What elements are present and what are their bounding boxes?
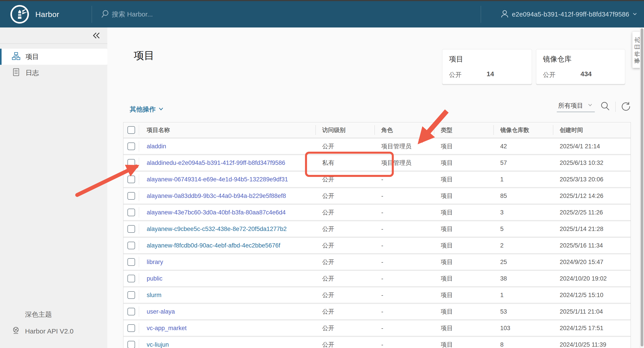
row-checkbox[interactable] bbox=[128, 308, 135, 315]
project-link[interactable]: slurm bbox=[147, 292, 162, 299]
row-checkbox[interactable] bbox=[128, 159, 135, 167]
brand-title: Harbor bbox=[35, 1, 59, 27]
created-cell: 2025/4/1 21:14 bbox=[553, 139, 630, 154]
sidebar-item-projects[interactable]: 项目 bbox=[0, 49, 107, 65]
created-cell: 2024/9/20 15:47 bbox=[553, 254, 630, 270]
sidebar-collapse-row bbox=[0, 27, 107, 44]
filter-selected-label: 所有项目 bbox=[558, 101, 583, 110]
type-cell: 项目 bbox=[434, 139, 494, 154]
project-link[interactable]: aladdin bbox=[147, 143, 166, 150]
created-cell: 2025/5/16 11:34 bbox=[553, 238, 630, 253]
harbor-logo-icon[interactable] bbox=[10, 5, 29, 24]
collapse-sidebar-icon[interactable] bbox=[92, 31, 101, 40]
moon-icon bbox=[12, 310, 20, 320]
project-link[interactable]: alayanew-0a83ddb9-9b3c-44a0-b94a-b229e5f… bbox=[147, 192, 286, 199]
api-docs-label: Harbor API V2.0 bbox=[25, 328, 74, 335]
table-row: vc-app_market公开-项目1032024/12/5 17:51 bbox=[124, 320, 630, 336]
access-level-cell: 公开 bbox=[316, 172, 374, 187]
table-row: alayanew-0a83ddb9-9b3c-44a0-b94a-b229e5f… bbox=[124, 188, 630, 204]
row-checkbox-cell bbox=[124, 304, 139, 319]
column-header-created[interactable]: 创建时间 bbox=[553, 122, 630, 138]
column-header-access[interactable]: 访问级别 bbox=[316, 122, 374, 138]
search-filter-icon[interactable] bbox=[600, 101, 610, 113]
chevron-down-icon bbox=[632, 11, 638, 18]
repo-count-cell: 5 bbox=[494, 221, 553, 237]
role-cell: - bbox=[374, 337, 434, 348]
row-checkbox[interactable] bbox=[128, 225, 135, 233]
repo-count-cell: 42 bbox=[494, 139, 553, 154]
project-link[interactable]: library bbox=[147, 259, 163, 266]
repo-count-cell: 85 bbox=[494, 188, 553, 204]
role-cell: - bbox=[374, 221, 434, 237]
project-link[interactable]: alayanew-c9cbee5c-c532-438e-8e72-20f5da1… bbox=[147, 226, 287, 232]
search-placeholder: 搜索 Harbor... bbox=[112, 10, 153, 19]
global-search[interactable]: 搜索 Harbor... bbox=[100, 1, 153, 27]
type-cell: 项目 bbox=[434, 287, 494, 303]
stat-card-title: 项目 bbox=[449, 54, 463, 64]
chevron-down-icon bbox=[587, 102, 593, 109]
type-cell: 项目 bbox=[434, 304, 494, 319]
project-link[interactable]: alayanew-43e7bc60-3d0a-40bf-b3fa-80aa87c… bbox=[147, 209, 286, 216]
table-row: vc-liujun公开-项目82024/10/25 11:39 bbox=[124, 337, 630, 348]
theme-toggle[interactable]: 深色主题 bbox=[0, 308, 107, 321]
created-cell: 2024/12/5 17:51 bbox=[553, 320, 630, 336]
access-level-cell: 公开 bbox=[316, 238, 374, 253]
column-header-type[interactable]: 类型 bbox=[434, 122, 494, 138]
repo-count-cell: 38 bbox=[494, 271, 553, 286]
repo-count-cell: 3 bbox=[494, 205, 553, 220]
scrollbar-thumb[interactable] bbox=[641, 28, 643, 347]
repo-count-cell: 57 bbox=[494, 155, 553, 171]
table-row: aladdin公开项目管理员项目422025/4/1 21:14 bbox=[124, 138, 630, 154]
column-header-role[interactable]: 角色 bbox=[374, 122, 434, 138]
project-name-cell: alayanew-0a83ddb9-9b3c-44a0-b94a-b229e5f… bbox=[139, 188, 316, 204]
select-all-checkbox[interactable] bbox=[128, 126, 135, 134]
type-cell: 项目 bbox=[434, 188, 494, 204]
type-cell: 项目 bbox=[434, 238, 494, 253]
table-body: aladdin公开项目管理员项目422025/4/1 21:14aladdine… bbox=[124, 138, 630, 348]
row-checkbox-cell bbox=[124, 287, 139, 303]
stat-card-label: 公开 bbox=[543, 71, 556, 79]
repo-count-cell: 1 bbox=[494, 172, 553, 187]
row-checkbox[interactable] bbox=[128, 192, 135, 200]
project-link[interactable]: aladdinedu-e2e094a5-b391-412f-99ff-b8fd3… bbox=[147, 160, 285, 167]
stat-card-value[interactable]: 14 bbox=[486, 70, 494, 78]
column-header-repo-count[interactable]: 镜像仓库数 bbox=[494, 122, 553, 138]
role-cell: - bbox=[374, 320, 434, 336]
refresh-icon[interactable] bbox=[620, 101, 631, 113]
project-name-cell: alayanew-f8fcdb0d-90ac-4ebf-afbd-4ec2bbe… bbox=[139, 238, 316, 253]
stat-card-value[interactable]: 434 bbox=[580, 70, 592, 78]
row-checkbox[interactable] bbox=[128, 258, 135, 266]
more-actions-dropdown[interactable]: 其他操作 bbox=[130, 105, 164, 114]
user-menu[interactable]: e2e094a5-b391-412f-99ff-b8fd347f9586 bbox=[500, 1, 638, 27]
row-checkbox[interactable] bbox=[128, 209, 135, 216]
created-cell: 2025/1/12 14:26 bbox=[553, 188, 630, 204]
role-cell: - bbox=[374, 238, 434, 253]
api-docs-link[interactable]: Harbor API V2.0 bbox=[0, 325, 107, 338]
project-link[interactable]: public bbox=[147, 275, 162, 282]
role-cell: - bbox=[374, 205, 434, 220]
row-checkbox[interactable] bbox=[128, 175, 135, 183]
project-link[interactable]: vc-liujun bbox=[147, 341, 169, 348]
sidebar-item-logs[interactable]: 日志 bbox=[0, 65, 107, 81]
project-link[interactable]: vc-app_market bbox=[147, 325, 187, 332]
row-checkbox[interactable] bbox=[128, 242, 135, 249]
repo-count-cell: 25 bbox=[494, 254, 553, 270]
project-filter-select[interactable]: 所有项目 bbox=[557, 101, 595, 112]
type-cell: 项目 bbox=[434, 221, 494, 237]
project-link[interactable]: alayanew-f8fcdb0d-90ac-4ebf-afbd-4ec2bbe… bbox=[147, 242, 280, 249]
project-name-cell: alayanew-c9cbee5c-c532-438e-8e72-20f5da1… bbox=[139, 221, 316, 237]
column-header-name[interactable]: 项目名称 bbox=[139, 122, 316, 138]
row-checkbox[interactable] bbox=[128, 143, 135, 150]
table-row: aladdinedu-e2e094a5-b391-412f-99ff-b8fd3… bbox=[124, 155, 630, 171]
row-checkbox[interactable] bbox=[128, 341, 135, 348]
row-checkbox[interactable] bbox=[128, 324, 135, 332]
project-link[interactable]: user-alaya bbox=[147, 308, 175, 315]
table-toolbar-right: 所有项目 bbox=[557, 100, 631, 114]
row-checkbox[interactable] bbox=[128, 291, 135, 299]
project-link[interactable]: alayanew-06749314-e69e-4e1d-94b5-132289e… bbox=[147, 176, 288, 183]
table-row: alayanew-c9cbee5c-c532-438e-8e72-20f5da1… bbox=[124, 221, 630, 237]
project-name-cell: alayanew-43e7bc60-3d0a-40bf-b3fa-80aa87c… bbox=[139, 205, 316, 220]
scrollbar-track[interactable] bbox=[640, 27, 644, 348]
row-checkbox[interactable] bbox=[128, 275, 135, 282]
project-name-cell: slurm bbox=[139, 287, 316, 303]
